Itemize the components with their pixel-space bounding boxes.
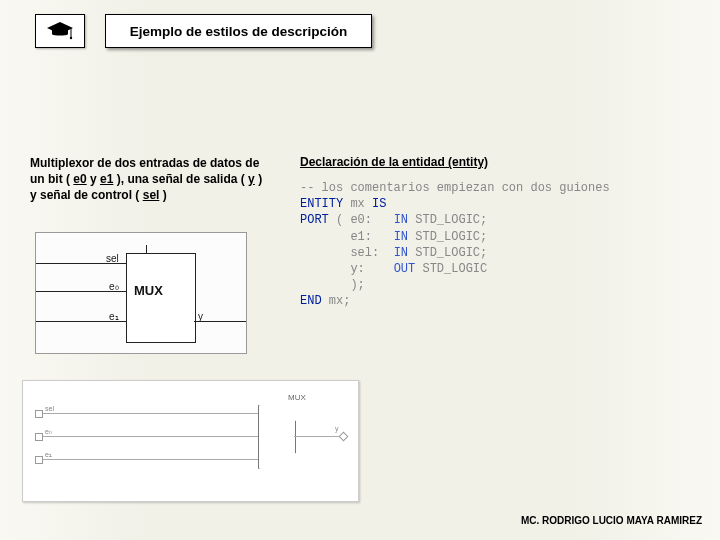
mux-block-label: MUX (134, 283, 163, 298)
rtl-label-e0: e₀ (45, 428, 52, 436)
code-l3d: STD_LOGIC; (408, 213, 487, 227)
rtl-wire-sel (41, 413, 258, 414)
kw-end: END (300, 294, 322, 308)
rtl-wire-y (294, 436, 340, 437)
code-l7: ); (300, 278, 365, 292)
rtl-label-y: y (335, 425, 339, 432)
port-line-sel (146, 245, 147, 253)
code-l5d: STD_LOGIC; (408, 246, 487, 260)
rtl-pin-sel (35, 410, 43, 418)
code-l4d: STD_LOGIC; (408, 230, 487, 244)
mux-block-diagram: MUX sel e₀ e₁ y (35, 232, 247, 354)
rtl-label-sel: sel (45, 405, 54, 412)
declaration-heading-text: Declaración de la entidad (entity) (300, 155, 488, 169)
code-comment: -- los comentarios empiezan con dos guio… (300, 181, 610, 195)
code-l3b: ( e0: (329, 213, 394, 227)
kw-in-1: IN (394, 213, 408, 227)
kw-in-2: IN (394, 230, 408, 244)
code-l5b: sel: (300, 246, 394, 260)
rtl-pin-y (339, 432, 349, 442)
desc-sep1: y (87, 172, 100, 186)
kw-out: OUT (394, 262, 416, 276)
declaration-heading: Declaración de la entidad (entity) (300, 155, 488, 169)
desc-mid: ), una señal de salida ( (113, 172, 248, 186)
port-label-y: y (198, 311, 203, 322)
port-label-sel: sel (106, 253, 119, 264)
kw-in-3: IN (394, 246, 408, 260)
code-l4b: e1: (300, 230, 394, 244)
kw-port: PORT (300, 213, 329, 227)
vhdl-code: -- los comentarios empiezan con dos guio… (300, 180, 610, 310)
mux-rectangle (126, 253, 196, 343)
rtl-schematic: MUX sel e₀ e₁ y (22, 380, 359, 502)
kw-entity: ENTITY (300, 197, 343, 211)
rtl-wire-e1 (41, 459, 258, 460)
desc-e1: e1 (100, 172, 113, 186)
rtl-mux-label: MUX (288, 393, 306, 402)
port-label-e1: e₁ (109, 311, 119, 322)
rtl-pin-e1 (35, 456, 43, 464)
footer-author: MC. RODRIGO LUCIO MAYA RAMIREZ (521, 515, 702, 526)
rtl-mux-shape (258, 405, 294, 467)
rtl-wire-e0 (41, 436, 258, 437)
rtl-pin-e0 (35, 433, 43, 441)
desc-sel: sel (143, 188, 160, 202)
slide-title: Ejemplo de estilos de descripción (105, 14, 372, 48)
code-l8b: mx; (322, 294, 351, 308)
code-l6b: y: (300, 262, 394, 276)
slide-title-text: Ejemplo de estilos de descripción (130, 24, 348, 39)
mux-description: Multiplexor de dos entradas de datos de … (30, 155, 265, 204)
rtl-label-e1: e₁ (45, 451, 52, 459)
code-l6d: STD_LOGIC (415, 262, 487, 276)
desc-suffix: ) (159, 188, 166, 202)
logo-box (35, 14, 85, 48)
svg-point-2 (70, 37, 72, 39)
desc-y: y (248, 172, 255, 186)
code-l2b: mx (343, 197, 372, 211)
kw-is: IS (372, 197, 386, 211)
desc-e0: e0 (73, 172, 86, 186)
slide: Ejemplo de estilos de descripción Multip… (0, 0, 720, 540)
graduation-cap-icon (45, 20, 75, 42)
port-label-e0: e₀ (109, 281, 119, 292)
